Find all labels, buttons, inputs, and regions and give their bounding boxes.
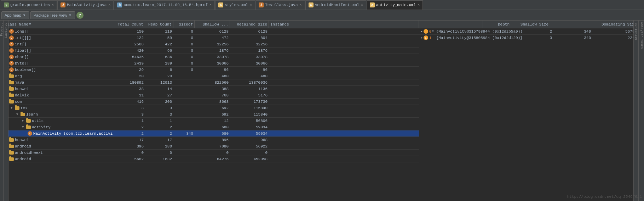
instance-value: = {MainActivity@315805984 (0x12d2d120)} bbox=[431, 36, 522, 40]
tab-styles-xml[interactable]: x styles.xml × bbox=[215, 0, 255, 10]
tree-row[interactable]: ▼learn33692115840 bbox=[4, 111, 419, 118]
expand-arrow[interactable]: ▼ bbox=[16, 113, 20, 116]
heap-button[interactable]: App heap ▼ bbox=[1, 11, 29, 19]
cell-total: 3 bbox=[113, 105, 145, 111]
tab-gradle-properties[interactable]: g gradle.properties × bbox=[1, 0, 57, 10]
class-icon: C bbox=[9, 42, 14, 46]
tree-row[interactable]: ▼Cboolean[]29609696 bbox=[4, 67, 419, 73]
right-body: ▶i0 = {MainActivity@315798944 (0x12d2b5a… bbox=[419, 28, 638, 201]
tree-row[interactable]: ▼Cint[][]122590472804 bbox=[4, 35, 419, 41]
right-row[interactable]: ▶i0 = {MainActivity@315798944 (0x12d2b5a… bbox=[419, 28, 638, 35]
class-icon: C bbox=[28, 131, 32, 136]
project-label: Project bbox=[0, 23, 4, 36]
tab-close-testclass[interactable]: × bbox=[300, 3, 302, 7]
cell-instance bbox=[269, 28, 419, 34]
folder-icon bbox=[9, 74, 14, 78]
cell-shallow: 84276 bbox=[195, 156, 230, 162]
tree-row[interactable]: ▶android5682163284276452058 bbox=[4, 156, 419, 162]
tab-icon-hprof: h bbox=[117, 2, 122, 7]
cell-total: 416 bbox=[113, 99, 145, 105]
tree-row[interactable]: ▶dalvik31277685176 bbox=[4, 92, 419, 99]
tab-androidmanifest[interactable]: x AndroidManifest.xml × bbox=[305, 0, 366, 10]
tree-row[interactable]: ▼Cfloat[]42096018761876 bbox=[4, 48, 419, 54]
tab-close-gradle[interactable]: × bbox=[52, 3, 54, 7]
tree-row[interactable]: ▼com4162008668173730 bbox=[4, 99, 419, 105]
tab-mainactivity-java[interactable]: J MainActivity.java × bbox=[57, 0, 114, 10]
cell-heap: 20 bbox=[145, 73, 173, 79]
tab-close-activitymain[interactable]: × bbox=[418, 3, 420, 7]
tree-row[interactable]: ▶utils111256806 bbox=[4, 118, 419, 124]
tab-close-hprof[interactable]: × bbox=[209, 3, 212, 7]
view-button[interactable]: Package Tree View ▼ bbox=[30, 11, 75, 19]
right-col-dominating[interactable]: Dominating Size bbox=[550, 21, 638, 28]
cell-instance bbox=[269, 67, 419, 73]
folder-icon bbox=[9, 157, 14, 161]
cell-retained: 33078 bbox=[230, 54, 269, 60]
cell-sizeof bbox=[173, 79, 195, 85]
right-dominating-label: Dominating Size bbox=[602, 22, 637, 27]
cell-shallow: 388 bbox=[195, 86, 230, 92]
tree-row[interactable]: ▶huawei1717896968 bbox=[4, 137, 419, 143]
cell-shallow: 32256 bbox=[195, 41, 230, 47]
col-sizeof[interactable]: Sizeof bbox=[173, 21, 195, 28]
expand-arrow[interactable]: ▼ bbox=[11, 106, 14, 110]
tab-close-androidmanifest[interactable]: × bbox=[361, 3, 363, 7]
col-sort-icon: ▼ bbox=[29, 23, 31, 26]
cell-shallow: 12 bbox=[195, 118, 230, 124]
tree-row[interactable]: ▼Cchar[]5463563603307833078 bbox=[4, 54, 419, 60]
tree-row[interactable]: ▶huawei38143881136 bbox=[4, 86, 419, 92]
tree-row[interactable]: ▶android396180708056922 bbox=[4, 143, 419, 150]
col-class-name[interactable]: Class Name ▼ bbox=[4, 21, 113, 28]
tab-testclass[interactable]: J TestClass.java × bbox=[255, 0, 305, 10]
cell-shallow: 692 bbox=[195, 111, 230, 117]
cell-shallow: 472 bbox=[195, 35, 230, 41]
col-retained[interactable]: Retained Size bbox=[230, 21, 269, 28]
structure-label: Structure bbox=[634, 23, 638, 40]
right-col-shallow[interactable]: Shallow Size bbox=[511, 21, 550, 28]
cell-retained: 13870036 bbox=[230, 79, 269, 85]
col-total-count[interactable]: Total Count bbox=[113, 21, 145, 28]
folder-icon bbox=[9, 138, 14, 142]
folder-icon bbox=[21, 113, 25, 116]
cell-instance bbox=[269, 118, 419, 124]
col-instance[interactable]: Instance bbox=[269, 21, 419, 28]
tree-row[interactable]: ▼Cint[]256842203225632256 bbox=[4, 41, 419, 48]
tree-row[interactable]: ▼activity2268059034 bbox=[4, 124, 419, 130]
cell-retained: 115840 bbox=[230, 111, 269, 117]
tree-row[interactable]: ▶androidhwext0000 bbox=[4, 150, 419, 156]
cell-heap: 3 bbox=[145, 111, 173, 117]
tab-bar: g gradle.properties × J MainActivity.jav… bbox=[0, 0, 644, 10]
tree-row[interactable]: CMainActivity (com.tcx.learn.activity)22… bbox=[4, 130, 419, 137]
tree-row[interactable]: ▶java1808921291382266013870036 bbox=[4, 79, 419, 86]
expand-arrow[interactable]: ▶ bbox=[22, 119, 25, 123]
tab-close-styles[interactable]: × bbox=[250, 3, 252, 7]
tree-row[interactable]: ▼Cbyte[]243918903006630066 bbox=[4, 60, 419, 67]
warn-icon: i bbox=[424, 29, 428, 34]
tree-row[interactable]: ▼tcx33692115840 bbox=[4, 105, 419, 111]
row-class-name: boolean[] bbox=[15, 68, 36, 72]
cell-class-name: ▼Cchar[] bbox=[4, 54, 113, 60]
tab-hprof[interactable]: h com.tcx.learn_2017.11.09_16.54.hprof × bbox=[114, 0, 215, 10]
right-expand-tri[interactable]: ▶ bbox=[421, 36, 422, 39]
right-col-depth[interactable]: Depth bbox=[483, 21, 511, 28]
expand-arrow[interactable]: ▼ bbox=[22, 125, 25, 129]
right-expand-tri[interactable]: ▶ bbox=[421, 30, 422, 33]
right-row[interactable]: ▶i1 = {MainActivity@315805984 (0x12d2d12… bbox=[419, 35, 638, 41]
cell-shallow: 33078 bbox=[195, 54, 230, 60]
row-class-name: tcx bbox=[21, 106, 28, 110]
tab-activity-main-xml[interactable]: x activity_main.xml × bbox=[367, 0, 423, 10]
cell-heap: 189 bbox=[145, 60, 173, 66]
col-instance-label: Instance bbox=[270, 22, 289, 27]
cell-instance bbox=[269, 105, 419, 111]
col-heap-count[interactable]: Heap Count bbox=[145, 21, 173, 28]
cell-sizeof: 0 bbox=[173, 48, 195, 54]
help-button[interactable]: ? bbox=[76, 12, 84, 19]
tree-row[interactable]: ▶org2020480480 bbox=[4, 73, 419, 79]
tree-row[interactable]: ▼Clong[]150119061286128 bbox=[4, 28, 419, 35]
tab-close-mainactivity[interactable]: × bbox=[108, 3, 110, 7]
folder-icon bbox=[9, 81, 14, 84]
row-class-name: android bbox=[15, 157, 31, 161]
cell-retained: 6128 bbox=[230, 28, 269, 34]
tab-label-gradle: gradle.properties bbox=[10, 3, 50, 7]
col-shallow[interactable]: Shallow ... bbox=[195, 21, 230, 28]
